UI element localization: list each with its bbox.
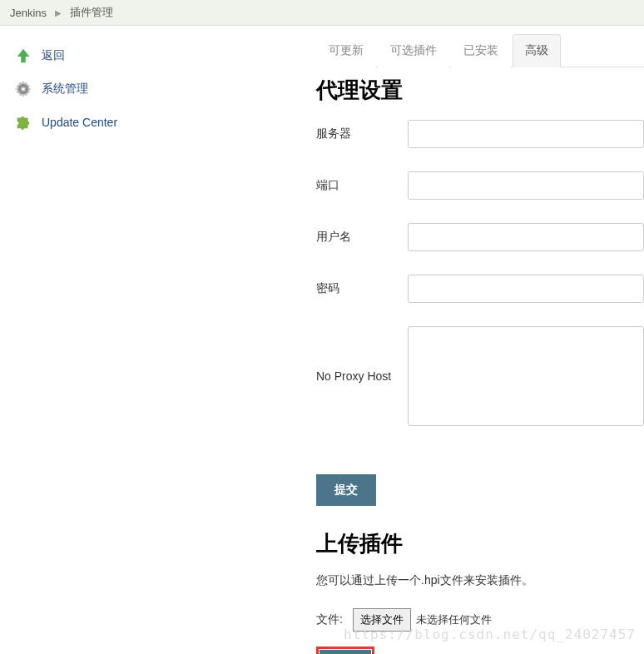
submit-button[interactable]: 提交 — [316, 474, 376, 506]
choose-file-button[interactable]: 选择文件 — [353, 608, 411, 632]
server-label: 服务器 — [316, 120, 408, 141]
tabs: 可更新 可选插件 已安装 高级 — [316, 34, 644, 67]
form-row-noproxy: No Proxy Host — [316, 326, 644, 426]
upload-section-title: 上传插件 — [316, 529, 644, 558]
noproxy-label: No Proxy Host — [316, 369, 408, 383]
port-label: 端口 — [316, 171, 408, 193]
file-row: 文件: 选择文件 未选择任何文件 — [316, 608, 644, 632]
breadcrumb-current[interactable]: 插件管理 — [70, 5, 113, 20]
form-row-username: 用户名 — [316, 223, 644, 251]
sidebar-item-label: 返回 — [42, 48, 65, 63]
sidebar-item-label: 系统管理 — [42, 82, 88, 97]
arrow-up-icon — [13, 46, 33, 66]
password-input[interactable] — [408, 275, 644, 303]
file-label: 文件: — [316, 612, 343, 627]
form-row-password: 密码 — [316, 275, 644, 303]
username-input[interactable] — [408, 223, 644, 251]
puzzle-icon — [13, 112, 33, 132]
file-status: 未选择任何文件 — [416, 612, 492, 627]
proxy-section-title: 代理设置 — [316, 76, 644, 105]
form-row-port: 端口 — [316, 171, 644, 200]
main-content: 可更新 可选插件 已安装 高级 代理设置 服务器 端口 用户名 密码 No Pr — [316, 26, 644, 654]
sidebar-item-manage[interactable]: 系统管理 — [12, 74, 305, 104]
tab-installed[interactable]: 已安装 — [451, 34, 511, 67]
breadcrumb-root[interactable]: Jenkins — [10, 7, 47, 19]
upload-button[interactable]: 上传 — [320, 650, 371, 654]
svg-point-2 — [22, 87, 25, 91]
sidebar-item-back[interactable]: 返回 — [12, 41, 305, 71]
username-label: 用户名 — [316, 223, 408, 245]
noproxy-textarea[interactable] — [408, 326, 644, 426]
sidebar-item-update-center[interactable]: Update Center — [12, 107, 305, 137]
server-input[interactable] — [408, 120, 644, 148]
password-label: 密码 — [316, 275, 408, 296]
form-row-server: 服务器 — [316, 120, 644, 148]
sidebar: 返回 系统管理 Update Center — [0, 26, 316, 654]
tab-available[interactable]: 可选插件 — [378, 34, 449, 67]
sidebar-item-label: Update Center — [42, 116, 117, 129]
upload-description: 您可以通过上传一个.hpi文件来安装插件。 — [316, 573, 644, 588]
upload-highlight: 上传 — [316, 647, 374, 654]
tab-advanced[interactable]: 高级 — [513, 34, 561, 67]
chevron-right-icon: ▶ — [55, 8, 62, 17]
port-input[interactable] — [408, 171, 644, 200]
gear-icon — [13, 79, 33, 99]
tab-updates[interactable]: 可更新 — [316, 34, 376, 67]
breadcrumb: Jenkins ▶ 插件管理 — [0, 0, 644, 26]
